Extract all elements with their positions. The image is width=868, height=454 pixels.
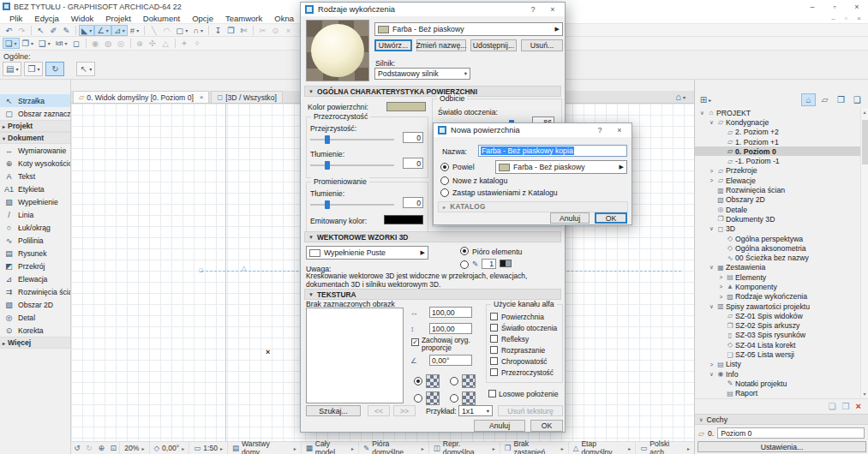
search-texture-button[interactable]: Szukaj... (306, 405, 361, 416)
checkbox[interactable] (490, 357, 498, 365)
emission-color-field[interactable] (384, 215, 423, 224)
duplicate-source-picker[interactable]: Farba - Beż piaskowy ▶ (495, 160, 627, 174)
toolbox-tool-polyline[interactable]: ∿Polilinia (0, 234, 70, 247)
name-input[interactable]: Farba - Beż piaskowy kopia (478, 145, 627, 157)
status-model-view[interactable]: ◫Repr. domyślna▸ (428, 442, 500, 454)
menu-widok[interactable]: Widok (65, 13, 99, 23)
attenuation-slider[interactable] (310, 161, 394, 170)
pen-color-chip[interactable] (500, 260, 512, 267)
maximize-icon[interactable]: ▫ (823, 0, 846, 13)
pick-view-icon[interactable]: ◻ (70, 38, 83, 49)
element-settings-icon[interactable]: ❐▾ (24, 62, 43, 76)
publisher-icon[interactable]: ❑ (850, 93, 865, 106)
mdi-restore-icon[interactable]: ▫ (840, 15, 853, 22)
nav-item-2-poziom-2[interactable]: ▱2. Poziom +2 (695, 128, 868, 137)
expand-icon[interactable]: ∨ (708, 264, 715, 271)
toolbox-tool-marquee[interactable]: ▢Obszar zaznaczenia (0, 107, 70, 120)
expand-icon[interactable]: > (708, 177, 715, 183)
nav-item-elewacje[interactable]: >▱Elewacje (695, 176, 868, 185)
nav-item-3d[interactable]: ∨◻3D (695, 224, 868, 234)
tree-scrollbar[interactable]: ▴ ▾ (860, 108, 868, 397)
zoom-in-icon[interactable]: ⊕ (95, 444, 107, 452)
status-layers[interactable]: ▤Warstwy domy...▸ (227, 442, 301, 454)
nav-item-0-poziom-0[interactable]: ▱0. Poziom 0 (695, 146, 868, 156)
toolbox-tool-level-dimension[interactable]: ⊕Koty wysokościowe (0, 157, 70, 170)
expand-icon[interactable]: > (717, 284, 725, 290)
view-map-icon[interactable]: ▱ (817, 93, 832, 106)
duplicate-radio[interactable] (440, 163, 449, 171)
toolbox-tool-elevation[interactable]: ⊿Elewacja (0, 272, 70, 285)
nav-item-kondygnacje[interactable]: ∨▱Kondygnacje (695, 117, 868, 127)
vector-fill-picker[interactable]: Wypełnienie Puste ▶ (306, 246, 428, 260)
menu-okna[interactable]: Okna (268, 13, 300, 23)
nav-item-sz-03-spis-rysunków[interactable]: ▯SZ-03 Spis rysunków (695, 331, 868, 340)
section-texture[interactable]: ▼ TEKSTURA (304, 289, 561, 300)
engine-select[interactable]: Podstawowy silnik ▾ (374, 68, 470, 80)
expand-icon[interactable]: > (708, 361, 715, 367)
toolbox-tool-markup[interactable]: ⊙Korekta (0, 324, 70, 337)
attenuation-value[interactable]: 0 (403, 158, 423, 169)
zoom-fit-icon[interactable]: ⊡ (107, 444, 119, 452)
close-icon[interactable]: × (545, 5, 560, 14)
nav-item-spisy-zawartości-projektu[interactable]: ∨▥Spisy zawartości projektu (695, 302, 868, 311)
toolbox-tool-arrow[interactable]: ↖Strzałka (0, 94, 70, 107)
view-settings-icon[interactable]: ❐▾ (20, 38, 37, 49)
menu-opcje[interactable]: Opcje (186, 13, 219, 23)
nav-item-przekroje[interactable]: >▱Przekroje (695, 166, 868, 176)
expand-icon[interactable]: > (708, 168, 715, 174)
properties-section-header[interactable]: ∨ Cechy (695, 414, 868, 425)
mirror-option-radio-2[interactable] (450, 377, 458, 385)
emission-attenuation-slider[interactable] (310, 200, 394, 209)
nav-item-obszary-2d[interactable]: ▧Obszary 2D (695, 195, 868, 205)
nav-item-rodzaje-wykończenia[interactable]: >▨Rodzaje wykończenia (695, 292, 868, 302)
arrow-tool-selector-icon[interactable]: ↖▾ (76, 62, 95, 76)
inject-parameters-icon[interactable]: ✎ (60, 25, 73, 36)
arrow-tool-icon[interactable]: ↖ (34, 25, 47, 36)
toolbox-group-wiecej[interactable]: ▸Więcej (0, 337, 70, 349)
nav-item-00-ścieżka-bez-nazwy[interactable]: ∿00 Ścieżka bez nazwy (695, 253, 868, 262)
checkbox[interactable] (490, 324, 498, 332)
status-renovation-filter[interactable]: △Etap domyślny▸ (568, 442, 636, 454)
toolbox-group-projekt[interactable]: ▸Projekt (0, 120, 70, 132)
nav-item-detale[interactable]: ◎Detale (695, 205, 868, 214)
nav-item-1-poziom-1[interactable]: ▱1. Poziom +1 (695, 137, 868, 146)
mirror-option-radio-3[interactable] (414, 394, 422, 403)
story-settings-button[interactable]: Ustawienia... (697, 441, 866, 452)
status-orientation[interactable]: ◇0,00°▸ (149, 442, 189, 454)
marquee-mode-icon[interactable]: ▢▾ (173, 25, 190, 36)
tab-close-icon[interactable]: × (200, 93, 204, 101)
rotate-orientation-icon[interactable]: ↻ (45, 62, 64, 76)
nav-item-dokumenty-3d[interactable]: ❐Dokumenty 3D (695, 214, 868, 224)
nav-item-sz-05-lista-wersji[interactable]: ❑SZ-05 Lista wersji (695, 349, 868, 359)
menu-edycja[interactable]: Edycja (28, 13, 65, 23)
transparency-slider[interactable] (310, 135, 394, 144)
share-button[interactable]: Udostępnij... (470, 39, 517, 51)
expand-icon[interactable]: ∨ (698, 110, 706, 116)
status-dimension-standard[interactable]: ▭Polski arch.▸ (635, 442, 694, 454)
nav-item-sz-01-spis-widoków[interactable]: ▱SZ-01 Spis widoków (695, 311, 868, 320)
texture-angle-field[interactable]: 0,00° (429, 355, 472, 366)
ok-button[interactable]: OK (595, 212, 627, 224)
story-name-input[interactable]: Poziom 0 (717, 427, 865, 439)
nav-item-zestawienia[interactable]: ∨▦Zestawienia (695, 263, 868, 272)
menu-teamwork[interactable]: Teamwork (219, 13, 268, 23)
expand-icon[interactable]: > (717, 274, 725, 280)
dock-panel-icon[interactable]: ❏ (829, 402, 836, 411)
mdi-minimize-icon[interactable]: – (827, 15, 840, 22)
nav-item-elementy[interactable]: >▤Elementy (695, 272, 868, 282)
surface-picker[interactable]: Farba - Beż piaskowy ▶ (374, 22, 563, 36)
toolbox-tool-section[interactable]: ◩Przekrój (0, 260, 70, 272)
section-general[interactable]: ▼ OGÓLNA CHARAKTERYSTYKA POWIERZCHNI (304, 86, 561, 97)
toolbox-tool-interior-elevation[interactable]: ⇉Rozwinięcia ścian (0, 285, 70, 298)
zoom-undo-icon[interactable]: ↺ (71, 444, 83, 452)
minimize-icon[interactable]: – (801, 0, 823, 13)
status-zoom-level[interactable]: 20%▸ (119, 442, 148, 454)
expand-icon[interactable]: ∨ (708, 303, 715, 310)
checkbox[interactable] (490, 313, 498, 320)
nav-item-ogólna-aksonometria[interactable]: ◇Ogólna aksonometria (695, 243, 868, 253)
lock-icon[interactable]: ∩▾ (190, 25, 206, 36)
quick-layers-icon[interactable]: ⌂ ▾ (675, 91, 685, 103)
scroll-thumb[interactable] (862, 120, 868, 164)
layout-book-icon[interactable]: ❐ (834, 93, 848, 106)
delete-button[interactable]: Usuń... (521, 39, 563, 51)
